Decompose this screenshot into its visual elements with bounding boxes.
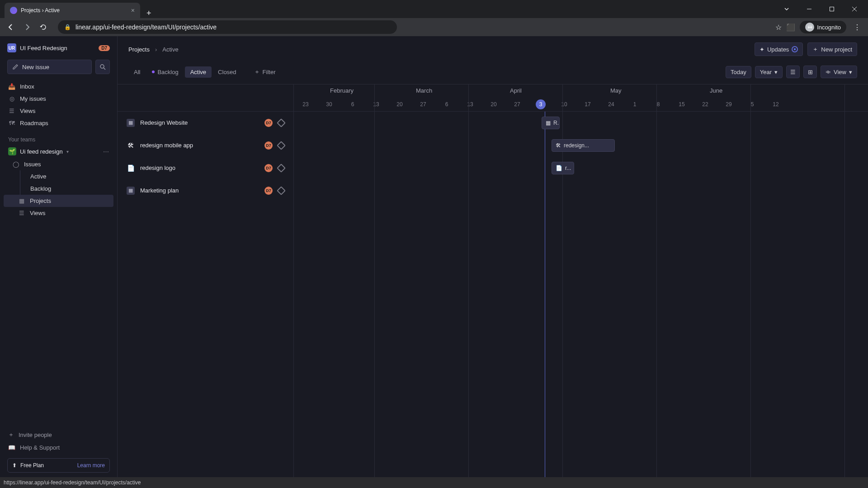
sidebar-label: Inbox [20, 83, 34, 90]
upgrade-icon: ⬆ [12, 462, 17, 469]
more-icon[interactable]: ⋯ [103, 148, 109, 155]
assignee-avatar[interactable]: D7 [264, 187, 273, 195]
workspace-switcher[interactable]: UR UI Feed Redesign D7 [0, 41, 117, 55]
user-avatar: D7 [99, 45, 110, 51]
chevron-down-icon: ▾ [66, 149, 69, 154]
gantt-bar[interactable]: 📄r... [552, 162, 574, 174]
range-select[interactable]: Year▾ [755, 66, 783, 78]
project-row[interactable]: 📄redesign logoD7 [118, 157, 293, 179]
gantt-bar-label: R.. [553, 120, 560, 126]
tab-all[interactable]: All [128, 66, 146, 78]
address-bar[interactable]: 🔒 linear.app/ui-feed-redesign/team/UI/pr… [58, 20, 397, 34]
plus-icon: ＋ [8, 431, 14, 439]
project-name: redesign mobile app [140, 142, 259, 149]
timeline-grid[interactable]: FebruaryMarchAprilMayJune 23306132027613… [294, 84, 868, 477]
minimize-button[interactable] [799, 3, 819, 15]
breadcrumb-projects[interactable]: Projects [128, 46, 150, 53]
sidebar-item-issues[interactable]: ◯Issues [4, 158, 113, 170]
incognito-indicator[interactable]: 🕶 Incognito [800, 21, 846, 33]
filter-label: Filter [263, 69, 276, 75]
browser-tab[interactable]: Projects › Active × [5, 3, 140, 18]
help-support-button[interactable]: 📖Help & Support [4, 441, 113, 454]
sidebar-label: Roadmaps [20, 120, 48, 127]
reload-button[interactable] [37, 21, 50, 33]
tab-closed[interactable]: Closed [212, 66, 241, 78]
project-row[interactable]: 🛠redesign mobile appD7 [118, 134, 293, 157]
team-header[interactable]: 🌱 Ui feed redesign ▾ ⋯ [4, 145, 113, 158]
sparkle-icon: ✦ [760, 46, 764, 53]
search-button[interactable] [95, 60, 110, 74]
maximize-button[interactable] [822, 3, 842, 15]
tab-label: All [134, 69, 140, 75]
plan-label: Free Plan [20, 462, 44, 469]
bookmark-icon[interactable]: ☆ [775, 23, 782, 32]
status-icon[interactable] [277, 141, 286, 150]
tab-backlog[interactable]: Backlog [146, 66, 184, 78]
sliders-icon: ⟚ [826, 68, 831, 75]
tab-active[interactable]: Active [185, 66, 212, 78]
sidebar-item-team-views[interactable]: ☰Views [4, 207, 113, 219]
view-label: View [834, 69, 846, 75]
plus-icon: ＋ [254, 68, 260, 76]
timeline-layout-button[interactable]: ⊞ [803, 66, 817, 78]
sidebar-item-roadmaps[interactable]: 🗺Roadmaps [4, 117, 113, 129]
updates-button[interactable]: ✦ Updates [755, 42, 803, 56]
help-icon: 📖 [8, 444, 15, 451]
back-button[interactable] [5, 21, 17, 33]
updates-label: Updates [767, 46, 789, 53]
new-issue-button[interactable]: New issue [7, 60, 92, 74]
gantt-bar[interactable]: 🛠redesign... [552, 139, 615, 152]
teams-heading: Your teams [0, 131, 117, 145]
gantt-bar[interactable]: ▦R.. [542, 117, 560, 129]
close-tab-icon[interactable]: × [131, 7, 135, 14]
project-row[interactable]: ▦Marketing planD7 [118, 179, 293, 202]
gantt-bar-label: r... [565, 165, 571, 171]
assignee-avatar[interactable]: D7 [264, 119, 273, 127]
new-tab-button[interactable]: + [140, 9, 158, 18]
project-icon: 📄 [127, 164, 135, 172]
project-row[interactable]: ▦Redesign WebsiteD7 [118, 112, 293, 134]
assignee-avatar[interactable]: D7 [264, 164, 273, 172]
forward-button[interactable] [21, 21, 33, 33]
list-layout-button[interactable]: ☰ [786, 66, 800, 78]
invite-people-button[interactable]: ＋Invite people [4, 428, 113, 441]
gantt-bar-icon: 🛠 [556, 142, 561, 149]
issues-icon: ◯ [13, 161, 19, 168]
sidebar-item-active[interactable]: Active [20, 170, 113, 183]
edit-icon [12, 64, 19, 70]
today-button[interactable]: Today [726, 66, 751, 78]
sidebar-label: Views [20, 108, 35, 114]
project-icon: ▦ [127, 119, 135, 127]
sidebar-item-inbox[interactable]: 📥Inbox [4, 80, 113, 93]
sidebar: UR UI Feed Redesign D7 New issue 📥Inbox … [0, 36, 118, 477]
close-window-button[interactable] [844, 3, 864, 15]
sidebar-item-views[interactable]: ☰Views [4, 105, 113, 117]
status-icon[interactable] [277, 118, 286, 127]
sidebar-item-my-issues[interactable]: ◎My issues [4, 93, 113, 105]
gantt-bar-label: redesign... [564, 142, 589, 149]
status-dot-icon [152, 70, 155, 73]
view-options-button[interactable]: ⟚View▾ [821, 66, 857, 78]
assignee-avatar[interactable]: D7 [264, 141, 273, 150]
learn-more-link[interactable]: Learn more [77, 462, 105, 469]
layers-icon: ☰ [8, 108, 15, 114]
tab-favicon-icon [10, 7, 17, 14]
status-icon[interactable] [277, 186, 286, 195]
timeline-icon: ⊞ [808, 69, 813, 75]
browser-menu-icon[interactable]: ⋮ [851, 23, 863, 32]
tab-search-icon[interactable] [777, 3, 797, 15]
extensions-icon[interactable]: ⬛ [786, 23, 795, 32]
sidebar-item-backlog[interactable]: Backlog [20, 183, 113, 195]
status-icon[interactable] [277, 164, 286, 173]
sidebar-label: Backlog [30, 185, 51, 192]
project-list-header [118, 84, 293, 112]
range-label: Year [760, 69, 772, 75]
sidebar-label: Issues [24, 161, 41, 168]
plan-upgrade-box[interactable]: ⬆ Free Plan Learn more [7, 458, 110, 473]
sidebar-label: Active [30, 173, 46, 180]
filter-button[interactable]: ＋Filter [249, 65, 281, 79]
project-name: Marketing plan [140, 187, 259, 194]
project-list-panel: ▦Redesign WebsiteD7🛠redesign mobile appD… [118, 84, 294, 477]
new-project-button[interactable]: ＋ New project [807, 42, 857, 56]
sidebar-item-projects[interactable]: ▦Projects [4, 195, 113, 207]
